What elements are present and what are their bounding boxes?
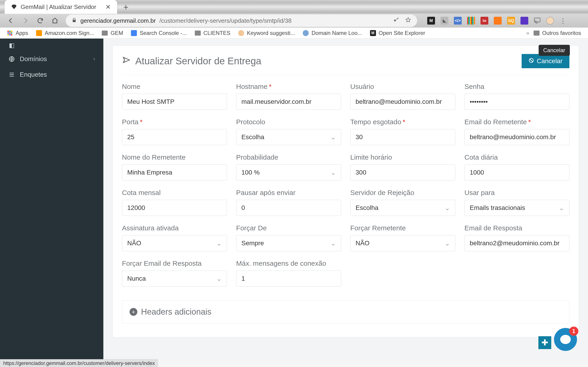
forcar-remetente-select[interactable]: NÃO⌄ xyxy=(350,235,455,251)
close-icon[interactable]: ✕ xyxy=(105,3,111,11)
kebab-icon[interactable]: ⋮ xyxy=(560,17,566,25)
field-usuario: Usuário xyxy=(350,83,455,110)
nome-input[interactable] xyxy=(122,94,227,110)
cast-icon[interactable] xyxy=(534,17,541,25)
ext-stripes-icon[interactable] xyxy=(467,17,475,25)
probabilidade-select[interactable]: 100 %⌄ xyxy=(236,164,341,181)
sidebar-item-enquetes[interactable]: Enquetes xyxy=(0,67,103,83)
browser-tab[interactable]: GemMail | Atualizar Servidor ✕ xyxy=(5,0,117,14)
label: Pausar após enviar xyxy=(236,189,341,197)
ext-code-icon[interactable]: </> xyxy=(454,17,462,25)
forcar-de-select[interactable]: Sempre⌄ xyxy=(236,235,341,251)
star-icon[interactable] xyxy=(405,17,411,25)
bm-domain[interactable]: Domain Name Loo... xyxy=(303,30,362,36)
label: Máx. mensagens de conexão xyxy=(236,259,341,267)
bm-ose[interactable]: MOpen Site Explorer xyxy=(370,30,425,36)
label: Forçar De xyxy=(236,224,341,232)
ext-se-icon[interactable]: Se xyxy=(480,17,488,25)
svg-rect-1 xyxy=(534,18,540,22)
panel-header: Atualizar Servidor de Entrega Cancelar xyxy=(122,54,569,75)
inbox-icon: ◧ xyxy=(8,42,15,49)
chevron-down-icon: ⌄ xyxy=(331,240,336,247)
porta-input[interactable] xyxy=(122,129,227,145)
field-usar-para: Usar para Emails trasacionais⌄ xyxy=(464,189,569,216)
bm-amazon[interactable]: Amazon.com Sign... xyxy=(36,30,94,36)
profile-avatar[interactable] xyxy=(546,17,554,25)
form-grid: Nome Hostname* Usuário Senha Porta xyxy=(122,83,569,287)
max-msg-input[interactable] xyxy=(236,271,341,287)
label: Senha xyxy=(464,83,569,91)
field-max-msg: Máx. mensagens de conexão xyxy=(236,259,341,287)
paper-plane-icon xyxy=(122,56,131,67)
ext-m-icon[interactable]: M xyxy=(427,17,435,25)
field-forcar-de: Forçar De Sempre⌄ xyxy=(236,224,341,251)
svg-point-0 xyxy=(394,19,396,21)
field-servidor-rejeicao: Servidor de Rejeição Escolha⌄ xyxy=(350,189,455,216)
limite-horario-input[interactable] xyxy=(350,164,455,181)
protocolo-select[interactable]: Escolha⌄ xyxy=(236,129,341,145)
bm-keyword[interactable]: Keyword suggesti... xyxy=(238,30,295,36)
tempo-input[interactable] xyxy=(350,129,455,145)
chevron-down-icon: ⌄ xyxy=(331,133,336,141)
chevron-left-icon: ‹ xyxy=(93,56,95,62)
senha-input[interactable] xyxy=(464,94,569,110)
field-email-remetente: Email do Remetente* xyxy=(464,118,569,145)
ext-sq-icon[interactable]: SQ xyxy=(507,17,515,25)
chat-fab[interactable]: 1 xyxy=(554,328,577,351)
label: Tempo esgotado* xyxy=(350,118,455,126)
apps-shortcut[interactable]: Apps xyxy=(7,30,28,36)
nome-remetente-input[interactable] xyxy=(122,164,227,181)
field-probabilidade: Probabilidade 100 %⌄ xyxy=(236,153,341,181)
chat-icon xyxy=(560,335,571,344)
ext-grey-icon[interactable]: ◣ xyxy=(440,17,448,25)
back-button[interactable] xyxy=(7,17,15,25)
assinatura-select[interactable]: NÃO⌄ xyxy=(122,235,227,251)
email-resposta-input[interactable] xyxy=(464,235,569,251)
plus-circle-icon[interactable]: + xyxy=(130,308,137,316)
url-path: /customer/delivery-servers/update/type/s… xyxy=(159,17,291,24)
tab-strip: GemMail | Atualizar Servidor ✕ ＋ xyxy=(0,0,588,14)
diamond-icon xyxy=(11,4,17,10)
browser-toolbar: gerenciador.gemmail.com.br/customer/deli… xyxy=(0,14,588,28)
cota-mensal-input[interactable] xyxy=(122,200,227,216)
ext-orange-icon[interactable] xyxy=(494,17,502,25)
headers-title: + Headers adicionais xyxy=(130,307,562,317)
bm-gem[interactable]: GEM xyxy=(102,30,123,36)
extensions: M ◣ </> Se SQ ⋮ xyxy=(427,17,566,25)
url-host: gerenciador.gemmail.com.br xyxy=(80,17,156,24)
label: Assinatura ativada xyxy=(122,224,227,232)
servidor-rejeicao-select[interactable]: Escolha⌄ xyxy=(350,200,455,216)
new-tab-button[interactable]: ＋ xyxy=(120,1,131,12)
usuario-input[interactable] xyxy=(350,94,455,110)
forward-button[interactable] xyxy=(22,17,29,25)
field-email-resposta: Email de Resposta xyxy=(464,224,569,251)
reload-button[interactable] xyxy=(36,17,44,25)
forcar-email-resposta-select[interactable]: Nunca⌄ xyxy=(122,271,227,287)
add-square-button[interactable]: ✚ xyxy=(538,336,551,349)
label: Protocolo xyxy=(236,118,341,126)
sidebar-item-dominios[interactable]: Domínios ‹ xyxy=(0,51,103,67)
hostname-input[interactable] xyxy=(236,94,341,110)
svg-point-6 xyxy=(9,32,11,34)
field-protocolo: Protocolo Escolha⌄ xyxy=(236,118,341,145)
usar-para-select[interactable]: Emails trasacionais⌄ xyxy=(464,200,569,216)
pausar-input[interactable] xyxy=(236,200,341,216)
key-icon[interactable] xyxy=(393,17,399,25)
svg-point-7 xyxy=(11,32,12,34)
bm-outros[interactable]: Outros favoritos xyxy=(534,30,581,36)
address-bar[interactable]: gerenciador.gemmail.com.br/customer/deli… xyxy=(66,15,417,27)
chevron-down-icon: ⌄ xyxy=(445,204,450,212)
label: Nome do Remetente xyxy=(122,153,227,161)
overflow-icon[interactable]: » xyxy=(526,30,529,36)
bm-search-console[interactable]: Search Console -... xyxy=(131,30,187,36)
ext-purple-icon[interactable] xyxy=(521,17,528,25)
field-tempo: Tempo esgotado* xyxy=(350,118,455,145)
cancel-button[interactable]: Cancelar xyxy=(522,54,569,68)
sidebar-item-monitor[interactable]: ◧ Monitor de Caixa de E-mail xyxy=(0,41,103,51)
svg-point-9 xyxy=(9,34,11,36)
field-cota-diaria: Cota diária xyxy=(464,153,569,181)
cota-diaria-input[interactable] xyxy=(464,164,569,181)
bm-clientes[interactable]: CLIENTES xyxy=(195,30,230,36)
home-button[interactable] xyxy=(51,17,59,25)
email-remetente-input[interactable] xyxy=(464,129,569,145)
